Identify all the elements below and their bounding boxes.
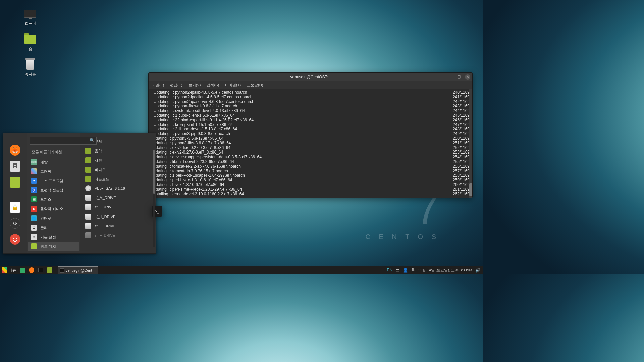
terminal-line: odating : exiv2-libs-0.27.0-3.el7_8.x86_…: [151, 146, 470, 150]
menu-categories: 🔍 모든 애플리케이션 ⌨개발그래픽✦보조 프로그램♿보편적 접근성▤오피스▶음…: [27, 133, 80, 253]
files-icon[interactable]: 🗄: [10, 161, 20, 172]
menu-icon: [2, 267, 7, 273]
menu-place[interactable]: 사진: [83, 156, 154, 165]
terminal-line: Updating : systemtap-sdt-devel-4.0-13.el…: [151, 109, 470, 113]
application-menu: 🦊 🗄 >_ 🔒 ⟳ ⏻ 🔍 모든 애플리케이션 ⌨개발그래픽✦보조 프로그램♿…: [3, 133, 156, 254]
desktop-icon-label: 홈: [17, 46, 44, 51]
menu-category-dev[interactable]: ⌨개발: [28, 157, 79, 167]
desktop-icon-trash[interactable]: 휴지통: [17, 59, 44, 77]
terminal-line: odating : tomcat-el-2.2-api-7.0.76-15.el…: [151, 164, 470, 169]
menu-place[interactable]: 비디오: [83, 165, 154, 174]
desktop-icon-home[interactable]: 홈: [17, 34, 44, 51]
folder-icon: [85, 148, 91, 154]
taskbar-menu-button[interactable]: 메뉴: [0, 266, 18, 274]
tray-clock[interactable]: 11월 14일 (토요일), 오후 3:39:03: [418, 268, 472, 273]
menu-search-input[interactable]: [30, 137, 97, 145]
place-label: 비디오: [95, 167, 106, 172]
tray-volume-icon[interactable]: 🔊: [475, 268, 480, 273]
menu-category-pref[interactable]: ⚙기본 설정: [28, 232, 79, 242]
menu-place[interactable]: sf_I_DRIVE: [83, 202, 154, 212]
terminal-menubar: 파일(F) 편집(E) 보기(V) 검색(S) 터미널(T) 도움말(H): [149, 81, 472, 89]
menu-place[interactable]: sf_H_DRIVE: [83, 212, 154, 221]
menu-category-net[interactable]: 🌐인터넷: [28, 214, 79, 223]
taskbar-show-desktop[interactable]: [18, 266, 27, 274]
tray-user-icon[interactable]: 👤: [403, 268, 408, 273]
terminal-line: odating : tomcat-lib-7.0.76-15.el7.noarc…: [151, 169, 470, 174]
menu-place[interactable]: sf_G_DRIVE: [83, 221, 154, 231]
menu-terminal[interactable]: 터미널(T): [225, 83, 241, 88]
category-label: 인터넷: [40, 216, 51, 221]
category-icon: ⌨: [31, 159, 37, 165]
desktop-icon-computer[interactable]: 컴퓨터: [17, 8, 44, 26]
terminal-icon: [38, 268, 43, 272]
place-label: sf_H_DRIVE: [95, 215, 115, 219]
category-label: 그래픽: [40, 169, 51, 174]
taskbar-firefox[interactable]: [27, 266, 36, 274]
terminal-line: odating : python3-libs-3.6.8-17.el7.x86_…: [151, 141, 470, 146]
place-label: sf_G_DRIVE: [95, 224, 116, 228]
terminal-line: Updating : krb5-pkinit-1.15.1-50.el7.x86…: [151, 123, 470, 127]
taskbar-terminal[interactable]: [36, 266, 45, 274]
terminal-icon: [60, 268, 64, 273]
menu-category-ua[interactable]: ♿보편적 접근성: [28, 185, 79, 195]
terminal-line: Updating : python2-ipaclient-4.6.8-5.el7…: [151, 95, 470, 100]
menu-place[interactable]: VBox_GAs_6.1.16: [83, 184, 154, 193]
menu-place[interactable]: 음악: [83, 146, 154, 156]
category-icon: ⚙: [31, 225, 37, 231]
category-icon: [31, 243, 37, 249]
terminal-line: Updating : 32:bind-export-libs-9.11.4-26…: [151, 118, 470, 123]
drive-icon: [85, 232, 91, 238]
lock-icon[interactable]: 🔒: [10, 202, 20, 213]
menu-place[interactable]: 다운로드: [83, 174, 154, 184]
menu-category-mm[interactable]: ▶음악과 비디오: [28, 204, 79, 214]
monitor-icon: [24, 10, 36, 18]
menu-help[interactable]: 도움말(H): [247, 83, 263, 88]
taskbar-files[interactable]: [45, 266, 54, 274]
menu-scrollbar[interactable]: [153, 150, 155, 247]
menu-place[interactable]: sf_M_DRIVE: [83, 193, 154, 202]
terminal-line: odating : perl-hivex-1.3.10-6.10.el7.x86…: [151, 178, 470, 183]
category-label: 보조 프로그램: [40, 178, 63, 183]
category-icon: ⚙: [31, 234, 37, 240]
menu-search[interactable]: 검색(S): [207, 83, 219, 88]
terminal-titlebar[interactable]: venusgirl@CentOS7:~ — ▢ ✕: [149, 73, 472, 81]
terminal-line: odating : device-mapper-persistent-data-…: [151, 155, 470, 160]
tray-lang[interactable]: EN: [387, 268, 393, 273]
menu-category-gfx[interactable]: 그래픽: [28, 167, 79, 176]
menu-category-loc[interactable]: 경로 위치: [28, 242, 79, 251]
terminal-line: odating : python3-3.6.8-17.el7.x86_64250…: [151, 136, 470, 141]
desktop-icon-label: 휴지통: [17, 72, 44, 77]
power-icon[interactable]: ⏻: [10, 234, 20, 245]
folder-icon[interactable]: [10, 177, 20, 188]
drive-icon: [85, 223, 91, 229]
menu-edit[interactable]: 편집(E): [170, 83, 182, 88]
terminal-line: odating : hivex-1.3.10-6.10.el7.x86_6426…: [151, 183, 470, 187]
menu-file[interactable]: 파일(F): [152, 83, 164, 88]
firefox-icon: [29, 267, 34, 273]
terminal-body[interactable]: Updating : python2-ipalib-4.6.8-5.el7.ce…: [149, 89, 472, 198]
drive-icon: [85, 195, 91, 201]
menu-category-off[interactable]: ▤오피스: [28, 195, 79, 204]
place-label: sf_I_DRIVE: [95, 205, 114, 209]
menu-category-acc[interactable]: ✦보조 프로그램: [28, 176, 79, 185]
menu-favorites-rail: 🦊 🗄 >_ 🔒 ⟳ ⏻: [3, 133, 27, 253]
folder-icon: [85, 157, 91, 163]
taskbar-task-terminal[interactable]: venusgirl@Cent…: [58, 266, 98, 274]
tray-updates-icon[interactable]: ⬒: [396, 268, 399, 273]
close-icon[interactable]: ✕: [465, 74, 470, 80]
terminal-scrollbar[interactable]: [469, 89, 472, 198]
menu-category-adm[interactable]: ⚙관리: [28, 223, 79, 232]
menu-place[interactable]: sf_F_DRIVE: [83, 231, 154, 240]
place-label: 사진: [95, 158, 102, 163]
logout-icon[interactable]: ⟳: [10, 218, 20, 229]
menu-view[interactable]: 보기(V): [189, 83, 201, 88]
firefox-icon[interactable]: 🦊: [10, 145, 20, 156]
place-label: sf_F_DRIVE: [95, 233, 115, 237]
tray-network-icon[interactable]: ⇅: [411, 268, 415, 273]
terminal-line: Updating : python-firewall-0.6.3-11.el7.…: [151, 104, 470, 109]
category-icon: ♿: [31, 187, 37, 193]
disc-icon: [85, 185, 91, 191]
minimize-icon[interactable]: —: [449, 74, 453, 80]
maximize-icon[interactable]: ▢: [457, 74, 461, 80]
terminal-line: Updating : python2-ipalib-4.6.8-5.el7.ce…: [151, 90, 470, 95]
